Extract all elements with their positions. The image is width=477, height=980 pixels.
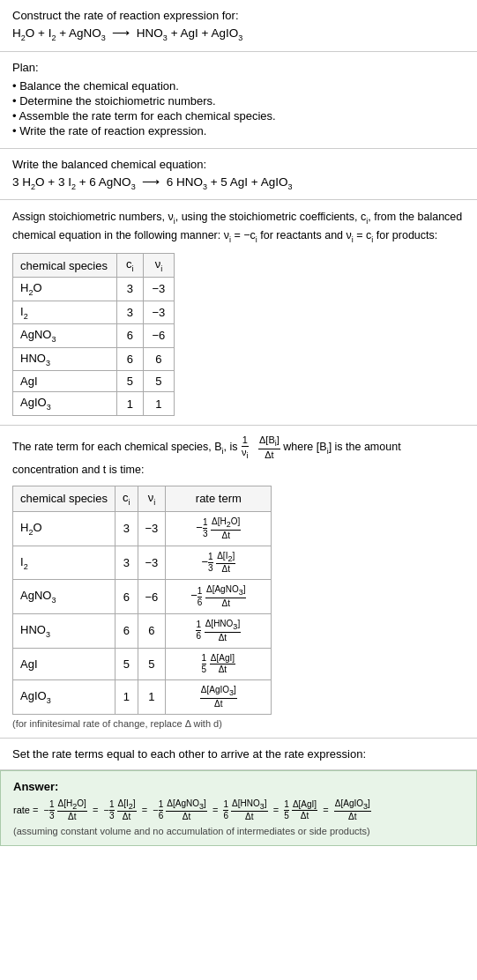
answer-label: Answer:: [13, 780, 464, 793]
plan-list: Balance the chemical equation. Determine…: [12, 79, 465, 137]
ci-i2: 3: [117, 301, 144, 324]
stoich-table: chemical species ci νi H2O 3 −3 I2 3 −3 …: [12, 253, 175, 416]
rt-term-h2o: −13 Δ[H2O]Δt: [166, 511, 272, 546]
rt-species-h2o: H2O: [13, 511, 116, 546]
vi-agno3: −6: [143, 324, 175, 348]
rt-ci-i2: 3: [116, 546, 138, 580]
table-row: AgNO3 6 −6: [13, 324, 175, 348]
answer-note: (assuming constant volume and no accumul…: [13, 826, 464, 836]
table-row: H2O 3 −3: [13, 277, 175, 301]
rt-term-i2: −13 Δ[I2]Δt: [166, 546, 272, 580]
header-section: Construct the rate of reaction expressio…: [0, 0, 477, 52]
table-row: AgIO3 1 1 Δ[AgIO3]Δt: [13, 679, 272, 714]
stoich-col-ci: ci: [117, 254, 144, 278]
stoich-intro: Assign stoichiometric numbers, νi, using…: [12, 209, 465, 246]
rate-col-species: chemical species: [13, 486, 116, 512]
rate-col-ci: ci: [116, 486, 138, 512]
ci-hno3: 6: [117, 347, 144, 371]
ci-agio3: 1: [117, 392, 144, 416]
balanced-equation: 3 H2O + 3 I2 + 6 AgNO3 ⟶ 6 HNO3 + 5 AgI …: [12, 174, 465, 191]
species-hno3: HNO3: [13, 347, 117, 371]
rt-species-agno3: AgNO3: [13, 580, 116, 614]
rate-table: chemical species ci νi rate term H2O 3 −…: [12, 486, 272, 715]
rt-ci-agi: 5: [116, 648, 138, 679]
vi-agi: 5: [143, 371, 175, 392]
answer-box: Answer: rate = −13 Δ[H2O]Δt = −13 Δ[I2]Δ…: [0, 770, 477, 847]
species-i2: I2: [13, 301, 117, 324]
table-row: AgNO3 6 −6 −16 Δ[AgNO3]Δt: [13, 580, 272, 614]
rate-term-section: The rate term for each chemical species,…: [0, 426, 477, 739]
table-row: I2 3 −3: [13, 301, 175, 324]
set-label: Set the rate terms equal to each other t…: [12, 747, 465, 761]
table-row: H2O 3 −3 −13 Δ[H2O]Δt: [13, 511, 272, 546]
plan-item-3: Assemble the rate term for each chemical…: [12, 109, 465, 122]
reaction-equation: H2O + I2 + AgNO3 ⟶ HNO3 + AgI + AgIO3: [12, 26, 465, 42]
rate-term-text: The rate term for each chemical species,…: [12, 434, 465, 479]
species-h2o: H2O: [13, 277, 117, 301]
plan-item-1: Balance the chemical equation.: [12, 79, 465, 93]
table-row: AgI 5 5 15 Δ[AgI]Δt: [13, 648, 272, 679]
rt-vi-h2o: −3: [138, 511, 166, 546]
balanced-title: Write the balanced chemical equation:: [12, 158, 465, 171]
rate-col-term: rate term: [166, 486, 272, 512]
rt-species-hno3: HNO3: [13, 614, 116, 649]
rt-vi-hno3: 6: [138, 614, 166, 649]
rt-vi-agi: 5: [138, 648, 166, 679]
species-agio3: AgIO3: [13, 392, 117, 416]
balanced-section: Write the balanced chemical equation: 3 …: [0, 149, 477, 201]
rt-ci-agno3: 6: [116, 580, 138, 614]
rt-vi-agio3: 1: [138, 679, 166, 714]
rate-col-vi: νi: [138, 486, 166, 512]
plan-title: Plan:: [12, 61, 465, 74]
rt-ci-h2o: 3: [116, 511, 138, 546]
plan-item-2: Determine the stoichiometric numbers.: [12, 94, 465, 108]
species-agno3: AgNO3: [13, 324, 117, 348]
ci-agno3: 6: [117, 324, 144, 348]
table-row: AgI 5 5: [13, 371, 175, 392]
table-row: AgIO3 1 1: [13, 392, 175, 416]
rt-species-agio3: AgIO3: [13, 679, 116, 714]
ci-h2o: 3: [117, 277, 144, 301]
table-row: HNO3 6 6: [13, 347, 175, 371]
rt-species-i2: I2: [13, 546, 116, 580]
rt-vi-agno3: −6: [138, 580, 166, 614]
species-agi: AgI: [13, 371, 117, 392]
ci-agi: 5: [117, 371, 144, 392]
answer-rate-expression: rate = −13 Δ[H2O]Δt = −13 Δ[I2]Δt = −16 …: [13, 798, 464, 823]
rt-ci-agio3: 1: [116, 679, 138, 714]
fraction-formula: 1νi Δ[Bi]Δt: [241, 441, 283, 453]
vi-h2o: −3: [143, 277, 175, 301]
rt-term-agio3: Δ[AgIO3]Δt: [166, 679, 272, 714]
rt-term-hno3: 16 Δ[HNO3]Δt: [166, 614, 272, 649]
table-row: HNO3 6 6 16 Δ[HNO3]Δt: [13, 614, 272, 649]
plan-section: Plan: Balance the chemical equation. Det…: [0, 52, 477, 149]
rt-ci-hno3: 6: [116, 614, 138, 649]
rt-species-agi: AgI: [13, 648, 116, 679]
stoich-col-vi: νi: [143, 254, 175, 278]
construct-label: Construct the rate of reaction expressio…: [12, 9, 465, 22]
plan-item-4: Write the rate of reaction expression.: [12, 124, 465, 137]
vi-agio3: 1: [143, 392, 175, 416]
stoich-col-species: chemical species: [13, 254, 117, 278]
stoich-section: Assign stoichiometric numbers, νi, using…: [0, 200, 477, 426]
set-section: Set the rate terms equal to each other t…: [0, 739, 477, 770]
vi-i2: −3: [143, 301, 175, 324]
rt-term-agno3: −16 Δ[AgNO3]Δt: [166, 580, 272, 614]
rt-vi-i2: −3: [138, 546, 166, 580]
vi-hno3: 6: [143, 347, 175, 371]
rt-term-agi: 15 Δ[AgI]Δt: [166, 648, 272, 679]
rate-note: (for infinitesimal rate of change, repla…: [12, 718, 465, 729]
table-row: I2 3 −3 −13 Δ[I2]Δt: [13, 546, 272, 580]
